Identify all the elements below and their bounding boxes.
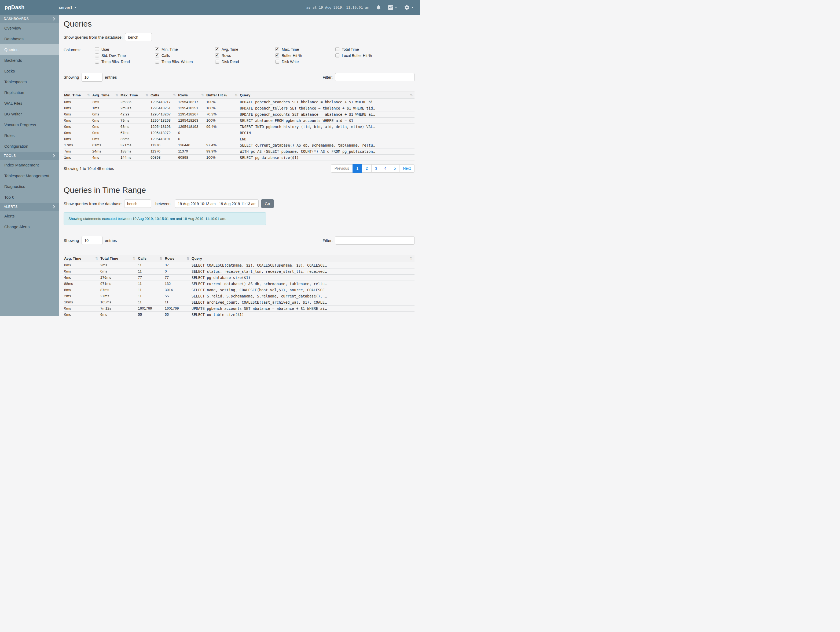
query-link[interactable]: UPDATE pgbench_accounts SET abalance = a…: [239, 111, 415, 117]
checkbox-disk-read[interactable]: Disk Read: [215, 60, 275, 63]
sidebar-item-roles[interactable]: Roles: [0, 130, 59, 141]
query-link[interactable]: SELECT COALESCE(datname, $2), COALESCE(u…: [191, 262, 415, 268]
filter-input[interactable]: [335, 73, 415, 81]
query-link[interactable]: UPDATE pgbench_accounts SET abalance = a…: [191, 306, 415, 312]
sidebar-item-diagnostics[interactable]: Diagnostics: [0, 181, 59, 192]
sidebar-item-configuration[interactable]: Configuration: [0, 141, 59, 152]
query-link[interactable]: SELECT current_database() AS db, scheman…: [239, 142, 415, 149]
pagination-page-2[interactable]: 2: [362, 164, 371, 173]
sort-icon[interactable]: [235, 93, 238, 97]
column-header-calls[interactable]: Calls: [137, 255, 164, 262]
pagination-page-5[interactable]: 5: [390, 164, 399, 173]
server-selector[interactable]: server1: [59, 5, 76, 10]
sidebar-item-tablespace-management[interactable]: Tablespace Management: [0, 171, 59, 181]
go-button[interactable]: Go: [261, 199, 274, 208]
sidebar-section-tools[interactable]: TOOLS: [0, 152, 59, 160]
page-length-input[interactable]: [82, 73, 103, 82]
query-link[interactable]: SELECT current_database() AS db, scheman…: [191, 281, 415, 287]
column-header-max-time[interactable]: Max. Time: [120, 92, 150, 99]
pagination-page-4[interactable]: 4: [381, 164, 390, 173]
sort-icon[interactable]: [115, 93, 118, 97]
pagination-page-1[interactable]: 1: [352, 164, 362, 173]
query-link[interactable]: SELECT archived_count, COALESCE(last_arc…: [191, 299, 415, 306]
pagination-next[interactable]: Next: [399, 164, 415, 173]
query-link[interactable]: SELECT pg_database_size($1): [191, 275, 415, 281]
sidebar-item-vacuum-progress[interactable]: Vacuum Progress: [0, 119, 59, 130]
query-link[interactable]: INSERT INTO pgbench_history (tid, bid, a…: [239, 124, 415, 130]
query-link[interactable]: SELECT S.relid, S.schemaname, S.relname,…: [191, 293, 415, 299]
query-link[interactable]: SELECT name, setting, COALESCE(boot_val,…: [191, 287, 415, 293]
column-header-rows[interactable]: Rows: [164, 255, 191, 262]
sidebar-item-backends[interactable]: Backends: [0, 55, 59, 66]
checkbox-calls[interactable]: Calls: [155, 54, 215, 57]
query-link[interactable]: SELECT pg_table_size($1): [191, 312, 415, 316]
checkbox-min-time[interactable]: Min. Time: [155, 47, 215, 51]
database-input[interactable]: [124, 200, 151, 208]
sort-icon[interactable]: [410, 257, 413, 260]
sidebar-item-index-management[interactable]: Index Management: [0, 160, 59, 171]
checkbox-disk-write[interactable]: Disk Write: [275, 60, 335, 63]
sort-icon[interactable]: [95, 257, 98, 260]
sidebar-item-alerts[interactable]: Alerts: [0, 211, 59, 222]
sort-icon[interactable]: [133, 257, 136, 260]
query-link[interactable]: END: [239, 136, 415, 142]
page-length-input[interactable]: [82, 236, 103, 245]
notifications-button[interactable]: [376, 5, 381, 10]
query-link[interactable]: UPDATE pgbench_branches SET bbalance = b…: [239, 99, 415, 105]
checkbox-rows[interactable]: Rows: [215, 54, 275, 57]
checkbox-avg-time[interactable]: Avg. Time: [215, 47, 275, 51]
sidebar-item-tablespaces[interactable]: Tablespaces: [0, 76, 59, 87]
checkbox-buffer-hit[interactable]: Buffer Hit %: [275, 54, 335, 57]
column-header-total-time[interactable]: Total Time: [100, 255, 137, 262]
column-header-rows[interactable]: Rows: [178, 92, 206, 99]
sidebar-section-alerts[interactable]: ALERTS: [0, 203, 59, 211]
sort-icon[interactable]: [201, 93, 204, 97]
database-input[interactable]: [125, 33, 152, 41]
column-header-avg-time[interactable]: Avg. Time: [92, 92, 120, 99]
checkbox-local-buffer-hit[interactable]: Local Buffer Hit %: [335, 54, 395, 57]
filter-input[interactable]: [335, 236, 415, 245]
sidebar-item-bg-writer[interactable]: BG Writer: [0, 109, 59, 119]
table-cell: 61ms: [92, 142, 120, 149]
query-link[interactable]: UPDATE pgbench_tellers SET tbalance = tb…: [239, 105, 415, 111]
sidebar-item-databases[interactable]: Databases: [0, 33, 59, 44]
column-header-calls[interactable]: Calls: [150, 92, 178, 99]
query-link[interactable]: SELECT pg_database_size($1): [239, 155, 415, 161]
column-header-query[interactable]: Query: [239, 92, 415, 99]
query-link[interactable]: SELECT abalance FROM pgbench_accounts WH…: [239, 117, 415, 124]
checkbox-std-dev-time[interactable]: Std. Dev. Time: [95, 54, 155, 57]
sort-icon[interactable]: [173, 93, 176, 97]
column-header-query[interactable]: Query: [191, 255, 415, 262]
checkbox-temp-blks-read[interactable]: Temp Blks. Read: [95, 60, 155, 63]
sidebar-item-locks[interactable]: Locks: [0, 66, 59, 76]
sidebar-section-dashboards[interactable]: DASHBOARDS: [0, 15, 59, 23]
sort-icon[interactable]: [87, 93, 90, 97]
column-header-min-time[interactable]: Min. Time: [63, 92, 92, 99]
pagination-previous[interactable]: Previous: [331, 164, 353, 173]
brand-logo[interactable]: pgDash: [0, 4, 59, 11]
sort-icon[interactable]: [186, 257, 189, 260]
sidebar-item-queries[interactable]: Queries: [0, 44, 59, 55]
sidebar-item-label: Diagnostics: [4, 184, 25, 189]
query-link[interactable]: WITH pc AS (SELECT pubname, COUNT(*) AS …: [239, 149, 415, 155]
charts-menu-button[interactable]: [388, 5, 397, 10]
sidebar-item-change-alerts[interactable]: Change Alerts: [0, 222, 59, 232]
column-header-buffer-hit[interactable]: Buffer Hit %: [206, 92, 239, 99]
sidebar-item-top-k[interactable]: Top k: [0, 192, 59, 203]
query-link[interactable]: BEGIN: [239, 130, 415, 136]
sort-icon[interactable]: [159, 257, 163, 260]
checkbox-total-time[interactable]: Total Time: [335, 47, 395, 51]
pagination-page-3[interactable]: 3: [371, 164, 381, 173]
settings-menu-button[interactable]: [404, 5, 414, 10]
sidebar-item-overview[interactable]: Overview: [0, 23, 59, 33]
column-header-avg-time[interactable]: Avg. Time: [63, 255, 100, 262]
sidebar-item-wal-files[interactable]: WAL Files: [0, 98, 59, 109]
query-link[interactable]: SELECT status, receive_start_lsn, receiv…: [191, 268, 415, 275]
checkbox-max-time[interactable]: Max. Time: [275, 47, 335, 51]
checkbox-temp-blks-written[interactable]: Temp Blks. Written: [155, 60, 215, 63]
sidebar-item-replication[interactable]: Replication: [0, 87, 59, 98]
sort-icon[interactable]: [410, 93, 413, 97]
sort-icon[interactable]: [145, 93, 148, 97]
time-range-input[interactable]: [175, 200, 259, 208]
checkbox-user[interactable]: User: [95, 47, 155, 51]
